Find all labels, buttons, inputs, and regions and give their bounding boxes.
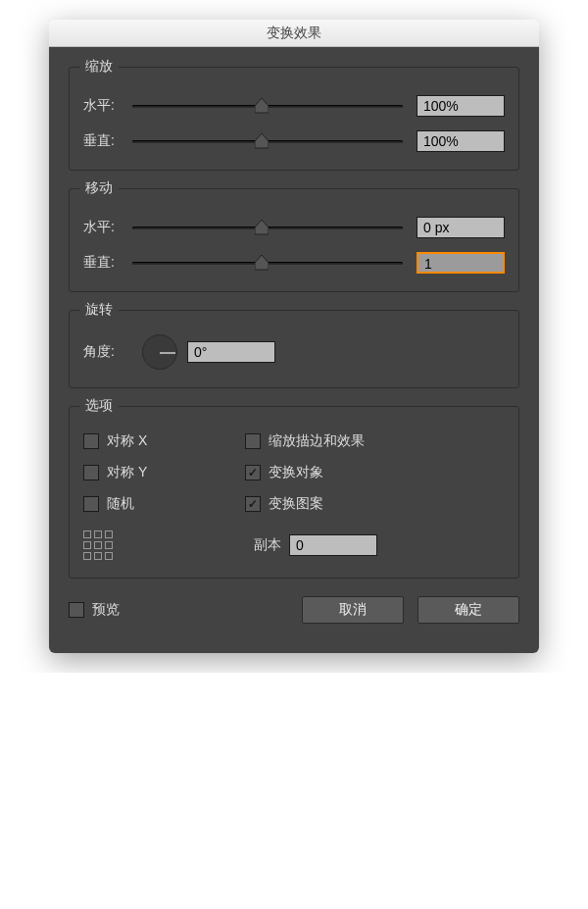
dialog-footer: 预览 取消 确定 [69, 596, 519, 624]
slider-thumb-icon[interactable] [255, 255, 269, 271]
slider-thumb-icon[interactable] [255, 133, 269, 149]
group-scale: 缩放 水平: 100% 垂直: 1 [69, 67, 519, 171]
scale-v-label: 垂直: [83, 132, 128, 150]
svg-marker-3 [255, 255, 269, 270]
svg-marker-1 [255, 133, 269, 148]
checkbox-transform-objects[interactable]: 变换对象 [245, 464, 505, 481]
scale-h-label: 水平: [83, 97, 128, 115]
rotate-angle-label: 角度: [83, 343, 128, 361]
slider-thumb-icon[interactable] [255, 220, 269, 235]
copies-label: 副本 [254, 536, 281, 554]
move-h-input[interactable]: 0 px [416, 217, 505, 238]
checkbox-preview[interactable]: 预览 [69, 601, 120, 619]
checkbox-label: 变换对象 [269, 464, 323, 481]
checkbox-transform-patterns[interactable]: 变换图案 [245, 495, 505, 513]
svg-marker-2 [255, 220, 269, 234]
checkbox-icon [83, 433, 99, 449]
checkbox-label: 预览 [92, 601, 120, 619]
move-h-label: 水平: [83, 219, 128, 236]
copies-input[interactable]: 0 [289, 534, 377, 556]
move-v-slider[interactable] [132, 254, 403, 272]
group-rotate: 旋转 角度: 0° [69, 310, 519, 388]
checkbox-icon [245, 433, 261, 449]
checkbox-label: 对称 X [107, 432, 147, 450]
checkbox-label: 对称 Y [107, 464, 147, 481]
move-v-label: 垂直: [83, 254, 128, 272]
rotate-angle-input[interactable]: 0° [187, 341, 275, 363]
checkbox-icon [245, 496, 261, 512]
transform-effect-dialog: 变换效果 缩放 水平: 100% 垂直: [49, 20, 539, 653]
anchor-point-icon[interactable] [83, 530, 113, 560]
scale-v-slider[interactable] [132, 132, 403, 150]
group-move-title: 移动 [79, 179, 119, 197]
move-v-input[interactable]: 1 [416, 252, 505, 274]
slider-thumb-icon[interactable] [255, 98, 269, 114]
scale-h-input[interactable]: 100% [416, 95, 505, 117]
group-scale-title: 缩放 [79, 58, 119, 76]
group-rotate-title: 旋转 [79, 301, 119, 319]
checkbox-icon [245, 465, 261, 480]
checkbox-reflect-x[interactable]: 对称 X [83, 432, 245, 450]
group-move: 移动 水平: 0 px 垂直: 1 [69, 188, 519, 292]
svg-marker-0 [255, 98, 269, 113]
window-title: 变换效果 [267, 25, 321, 42]
group-options: 选项 对称 X 缩放描边和效果 对称 Y 变换对象 [69, 406, 519, 579]
ok-button[interactable]: 确定 [417, 596, 519, 624]
cancel-button[interactable]: 取消 [302, 596, 404, 624]
checkbox-label: 变换图案 [269, 495, 323, 513]
checkbox-label: 缩放描边和效果 [269, 432, 365, 450]
group-options-title: 选项 [79, 397, 119, 415]
checkbox-icon [83, 465, 99, 480]
angle-dial-icon[interactable] [142, 334, 177, 370]
checkbox-icon [69, 602, 84, 618]
scale-h-slider[interactable] [132, 97, 403, 115]
checkbox-label: 随机 [107, 495, 134, 513]
titlebar: 变换效果 [49, 20, 539, 47]
move-h-slider[interactable] [132, 219, 403, 236]
scale-v-input[interactable]: 100% [416, 130, 505, 152]
checkbox-scale-strokes[interactable]: 缩放描边和效果 [245, 432, 505, 450]
checkbox-random[interactable]: 随机 [83, 495, 245, 513]
checkbox-icon [83, 496, 99, 512]
checkbox-reflect-y[interactable]: 对称 Y [83, 464, 245, 481]
